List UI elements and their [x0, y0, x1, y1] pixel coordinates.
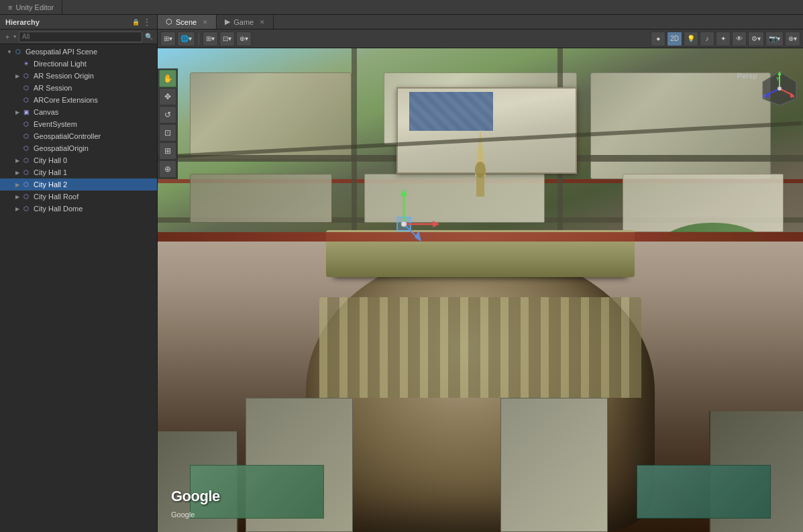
- audio-btn[interactable]: ♪: [700, 32, 714, 46]
- obj-icon-6: ⬡: [21, 131, 31, 141]
- obj-icon-10: ⬡: [21, 180, 31, 189]
- item-label-canvas: Canvas: [34, 108, 58, 116]
- game-tab-icon: ▶: [225, 17, 230, 26]
- transform-tool-btn[interactable]: ⊕: [159, 160, 176, 178]
- plus-icon[interactable]: ＋: [4, 32, 11, 42]
- gizmos-icon: ⊕▾: [788, 35, 797, 42]
- scene-icon: ⬡: [13, 47, 23, 56]
- tree-item-city-hall-1[interactable]: ▶ ⬡ City Hall 1: [0, 166, 157, 178]
- hidden-obj-icon: 👁: [736, 35, 743, 42]
- svg-text:Z: Z: [763, 94, 766, 99]
- game-tab[interactable]: ▶ Game ✕: [217, 15, 274, 29]
- globe-icon: 🌐▾: [180, 35, 192, 42]
- obj-icon-7: ⬡: [21, 144, 31, 153]
- tree-item-ar-session[interactable]: ⬡ AR Session: [0, 82, 157, 94]
- obj-icon-8: ⬡: [21, 156, 31, 165]
- svg-point-18: [778, 87, 782, 91]
- tree-item-geospatial-controller[interactable]: ⬡ GeospatialController: [0, 130, 157, 142]
- svg-text:Y: Y: [776, 76, 780, 81]
- tree-item-city-hall-0[interactable]: ▶ ⬡ City Hall 0: [0, 154, 157, 166]
- tree-item-city-hall-dome[interactable]: ▶ ⬡ City Hall Dome: [0, 203, 157, 215]
- scene-draw-btn[interactable]: ⊞▾: [160, 32, 176, 46]
- scene-globe-btn[interactable]: 🌐▾: [177, 32, 195, 46]
- item-label-city-hall-dome: City Hall Dome: [34, 205, 83, 213]
- tree-item-event-system[interactable]: ⬡ EventSystem: [0, 118, 157, 130]
- svg-text:X: X: [791, 94, 794, 99]
- item-label-directional-light: Directional Light: [34, 60, 87, 68]
- more-icon[interactable]: ⋮: [142, 17, 152, 28]
- item-label-ar-session-origin: AR Session Origin: [34, 72, 94, 80]
- hierarchy-tab-label: Unity Editor: [15, 3, 54, 11]
- grid-icon: ⊞▾: [206, 35, 215, 42]
- scene-game-tabs-row: ⬡ Scene ✕ ▶ Game ✕: [158, 15, 803, 30]
- scene-snap-btn[interactable]: ⊡▾: [219, 32, 235, 46]
- tree-item-city-hall-roof[interactable]: ▶ ⬡ City Hall Roof: [0, 191, 157, 203]
- tabs-row: ≡ Unity Editor: [0, 0, 803, 15]
- hand-tool-btn[interactable]: ✋: [159, 70, 176, 87]
- scene-name-label: Geospatial API Scene: [25, 48, 97, 56]
- obj-icon-11: ⬡: [21, 192, 31, 201]
- arrow-12: ▶: [13, 206, 21, 212]
- arrow-1: ▶: [13, 73, 21, 79]
- scene-tab-close[interactable]: ✕: [203, 19, 208, 25]
- arrow-8: ▶: [13, 158, 21, 164]
- transform-gizmo[interactable]: [369, 189, 449, 270]
- obj-icon-2: ⬡: [21, 83, 31, 93]
- gizmos-btn[interactable]: ⊕▾: [785, 32, 800, 46]
- obj-icon-9: ⬡: [21, 168, 31, 177]
- tree-item-directional-light[interactable]: ☀ Directional Light: [0, 58, 157, 70]
- hierarchy-panel: Hierarchy 🔒 ⋮ ＋ ▾ 🔍 ▼ ⬡ Geospatial API S…: [0, 15, 158, 532]
- rect-tool-btn[interactable]: ⊞: [159, 142, 176, 160]
- persp-indicator: Persp: [737, 72, 757, 80]
- render-mode-btn[interactable]: ●: [651, 32, 665, 46]
- scene-root-item[interactable]: ▼ ⬡ Geospatial API Scene: [0, 46, 157, 58]
- item-label-arcore-extensions: ARCore Extensions: [34, 96, 98, 104]
- scene-view: ✋ ✥ ↺ ⊡ ⊞ ⊕ Persp: [158, 48, 803, 532]
- scene-toolbar: ⊞▾ 🌐▾ ⊞▾ ⊡▾ ⊕▾ ● 2D: [158, 30, 803, 48]
- lock-icon[interactable]: 🔒: [132, 19, 140, 25]
- scene-settings-btn[interactable]: ⚙▾: [748, 32, 764, 46]
- scene-settings-icon: ⚙▾: [751, 35, 761, 42]
- tree-item-city-hall-2[interactable]: ▶ ⬡ City Hall 2: [0, 178, 157, 191]
- item-label-event-system: EventSystem: [34, 120, 77, 128]
- google-logo-text: Google: [171, 488, 220, 504]
- 2d-btn[interactable]: 2D: [667, 32, 682, 46]
- camera-btn[interactable]: 📷▾: [765, 32, 784, 46]
- game-tab-close[interactable]: ✕: [260, 19, 265, 25]
- rotate-icon: ↺: [164, 110, 171, 119]
- lighting-btn[interactable]: 💡: [684, 32, 698, 46]
- rotate-tool-btn[interactable]: ↺: [159, 106, 176, 123]
- obj-icon-12: ⬡: [21, 204, 31, 213]
- scale-tool-btn[interactable]: ⊡: [159, 124, 176, 142]
- persp-label: Persp: [737, 72, 757, 80]
- tree-item-ar-session-origin[interactable]: ▶ ⬡ AR Session Origin: [0, 70, 157, 82]
- scene-vis-btn[interactable]: ⊕▾: [236, 32, 252, 46]
- panel-header-actions: 🔒 ⋮: [132, 17, 152, 28]
- google-sub-watermark: Google: [171, 511, 195, 519]
- hierarchy-panel-header: Hierarchy 🔒 ⋮: [0, 15, 157, 30]
- hidden-obj-btn[interactable]: 👁: [732, 32, 747, 46]
- google-watermark: Google: [171, 488, 220, 505]
- hierarchy-panel-title: Hierarchy: [5, 18, 40, 26]
- camera-icon: 📷▾: [769, 35, 780, 42]
- render-mode-icon: ●: [656, 35, 660, 42]
- hierarchy-tab[interactable]: ≡ Unity Editor: [0, 0, 62, 14]
- transform-icon: ⊕: [164, 164, 171, 174]
- obj-icon-1: ⬡: [21, 71, 31, 81]
- arrow-4: ▶: [13, 109, 21, 115]
- nav-gizmo[interactable]: Y X Z: [759, 68, 800, 109]
- dropdown-arrow-icon[interactable]: ▾: [13, 34, 16, 40]
- hierarchy-search-input[interactable]: [19, 32, 142, 42]
- solar-panels: [409, 92, 493, 131]
- tree-item-geospatial-origin[interactable]: ⬡ GeospatialOrigin: [0, 142, 157, 154]
- effects-btn[interactable]: ✦: [716, 32, 731, 46]
- move-tool-btn[interactable]: ✥: [159, 88, 176, 105]
- search-icon: 🔍: [145, 33, 153, 40]
- tree-item-canvas[interactable]: ▶ ▣ Canvas: [0, 106, 157, 118]
- game-tab-label: Game: [233, 18, 254, 26]
- scene-tab[interactable]: ⬡ Scene ✕: [158, 15, 217, 29]
- scene-grid-btn[interactable]: ⊞▾: [203, 32, 218, 46]
- tree-item-arcore-extensions[interactable]: ⬡ ARCore Extensions: [0, 94, 157, 106]
- rect-icon: ⊞: [164, 146, 171, 156]
- obj-icon-0: ☀: [21, 59, 31, 68]
